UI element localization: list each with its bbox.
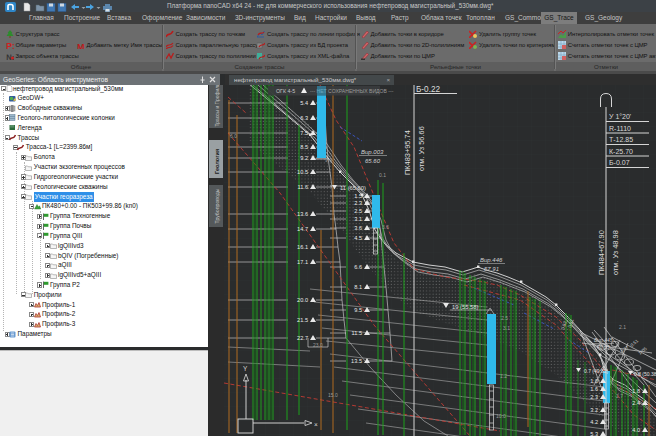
svg-text:20.0: 20.0 [297, 297, 308, 303]
svg-text:0.1: 0.1 [379, 172, 386, 178]
svg-text:Трассы и Профили: Трассы и Профили [215, 85, 220, 127]
svg-text:13.5: 13.5 [351, 358, 362, 364]
svg-text:5.4: 5.4 [300, 100, 308, 106]
svg-text:3.6: 3.6 [382, 224, 389, 230]
svg-text:8.1: 8.1 [354, 284, 362, 290]
svg-text:5.3: 5.3 [590, 431, 598, 436]
svg-text:65.60: 65.60 [365, 158, 381, 164]
svg-text:6.0: 6.0 [230, 133, 237, 139]
svg-text:К-25.70: К-25.70 [609, 148, 633, 155]
svg-text:Вир.003: Вир.003 [361, 149, 384, 155]
svg-text:Б-0.22: Б-0.22 [416, 85, 440, 94]
svg-text:Вир.446: Вир.446 [480, 257, 503, 263]
svg-text:10.0: 10.0 [496, 413, 506, 419]
svg-text:2.7: 2.7 [616, 393, 623, 399]
svg-text:ПК483+95.74: ПК483+95.74 [403, 130, 412, 175]
svg-text:Y: Y [243, 365, 248, 372]
svg-text:10.5: 10.5 [297, 169, 308, 175]
svg-text:М: М [77, 42, 85, 50]
svg-text:0.8 (50.38): 0.8 (50.38) [634, 371, 656, 377]
svg-text:2.5: 2.5 [501, 315, 508, 321]
svg-text:Р:: Р: [6, 41, 14, 49]
svg-text:15.0: 15.0 [328, 392, 338, 398]
svg-text:11.5: 11.5 [352, 330, 362, 336]
svg-text:11 (65.60): 11 (65.60) [340, 185, 366, 191]
svg-text:6.3: 6.3 [300, 115, 308, 121]
svg-text:3.6: 3.6 [354, 225, 362, 231]
svg-text:2.3: 2.3 [354, 200, 362, 206]
svg-text:2.4: 2.4 [632, 400, 640, 406]
svg-text:Геология: Геология [214, 149, 220, 174]
svg-text:отм. Уз 56.66: отм. Уз 56.66 [417, 126, 426, 171]
svg-text:3.1: 3.1 [503, 325, 510, 331]
svg-text:Т-12.85: Т-12.85 [609, 136, 633, 143]
svg-text:Вир.445: Вир.445 [594, 337, 613, 343]
svg-text:0.7 (49.82): 0.7 (49.82) [584, 368, 609, 374]
svg-text:14.7: 14.7 [297, 226, 308, 232]
svg-text:2.3: 2.3 [590, 394, 598, 400]
svg-text:1.5: 1.5 [354, 193, 362, 199]
svg-text:ОГК 4-5: ОГК 4-5 [276, 88, 295, 94]
svg-text:1.8: 1.8 [632, 388, 640, 394]
svg-text:8.5: 8.5 [300, 144, 308, 150]
svg-text:11.6: 11.6 [298, 184, 308, 190]
svg-text:2.5: 2.5 [354, 208, 362, 214]
svg-text:У 1°20': У 1°20' [609, 113, 631, 120]
svg-text:19 (55.58): 19 (55.58) [452, 304, 478, 310]
svg-text:Б-0.07: Б-0.07 [609, 159, 630, 166]
svg-text:9.2: 9.2 [300, 155, 308, 161]
svg-text:17.1: 17.1 [297, 259, 308, 265]
svg-text:4.0: 4.0 [632, 427, 640, 433]
svg-text:16.1: 16.1 [297, 244, 308, 250]
svg-text:3.1: 3.1 [354, 216, 362, 222]
svg-text:4.2: 4.2 [590, 419, 598, 425]
svg-text:отм. Уз 48.98: отм. Уз 48.98 [611, 230, 620, 275]
svg-text:21.5: 21.5 [297, 317, 308, 323]
svg-text:46.05: 46.05 [597, 344, 610, 350]
svg-text:×: × [314, 421, 318, 428]
svg-text:57.91: 57.91 [484, 266, 499, 272]
svg-text:13.6: 13.6 [297, 211, 308, 217]
svg-text:9.9: 9.9 [325, 157, 332, 163]
svg-text:1.6: 1.6 [590, 386, 598, 392]
svg-text:1.0: 1.0 [590, 378, 598, 384]
svg-text:2.1: 2.1 [619, 324, 626, 330]
svg-text:3.2: 3.2 [590, 407, 598, 413]
svg-text:ПК484+67.90: ПК484+67.90 [597, 230, 606, 275]
svg-text:1.2: 1.2 [500, 373, 507, 379]
svg-text:Трубопроводы: Трубопроводы [214, 188, 220, 223]
svg-text:4.5: 4.5 [354, 235, 362, 241]
svg-text:6.6: 6.6 [354, 264, 362, 270]
svg-text:R-1110: R-1110 [609, 125, 631, 132]
svg-text:23.0: 23.0 [313, 342, 323, 348]
svg-text:22.7: 22.7 [297, 335, 308, 341]
svg-text:9.5: 9.5 [354, 307, 362, 313]
svg-text:7.5: 7.5 [300, 130, 308, 136]
